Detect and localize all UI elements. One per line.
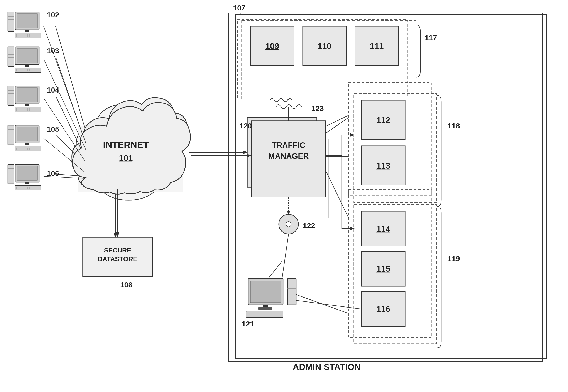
svg-line-62 xyxy=(44,26,86,144)
svg-text:DATASTORE: DATASTORE xyxy=(98,255,137,263)
svg-line-10 xyxy=(56,96,81,148)
svg-rect-195 xyxy=(248,279,283,305)
svg-line-30 xyxy=(256,261,282,294)
svg-line-119 xyxy=(44,138,85,172)
svg-rect-161 xyxy=(362,211,405,246)
internet-cloud xyxy=(72,98,188,200)
svg-rect-21 xyxy=(247,118,317,187)
svg-rect-108 xyxy=(15,146,41,151)
svg-marker-187 xyxy=(350,227,355,230)
svg-rect-7 xyxy=(78,126,183,192)
svg-marker-176 xyxy=(247,154,251,157)
svg-text:106: 106 xyxy=(47,169,59,177)
svg-text:101: 101 xyxy=(119,154,133,163)
svg-point-191 xyxy=(286,222,291,227)
svg-text:123: 123 xyxy=(311,104,324,112)
svg-rect-120 xyxy=(8,164,14,184)
svg-line-11 xyxy=(56,135,81,159)
svg-rect-105 xyxy=(15,125,39,143)
svg-rect-126 xyxy=(25,182,29,184)
svg-point-190 xyxy=(279,214,298,234)
svg-rect-200 xyxy=(288,279,296,305)
svg-text:102: 102 xyxy=(47,11,59,19)
svg-point-4 xyxy=(72,141,116,181)
svg-line-25 xyxy=(317,152,349,218)
svg-point-0 xyxy=(83,118,170,187)
svg-text:122: 122 xyxy=(303,221,315,230)
svg-rect-199 xyxy=(246,311,283,317)
svg-marker-43 xyxy=(116,232,119,237)
svg-text:119: 119 xyxy=(448,254,460,263)
svg-line-9 xyxy=(56,56,83,135)
computer-103: 103 xyxy=(8,47,86,150)
svg-point-2 xyxy=(120,115,176,163)
svg-marker-16 xyxy=(243,151,248,154)
svg-line-206 xyxy=(296,300,361,309)
svg-text:108: 108 xyxy=(120,280,133,289)
svg-text:113: 113 xyxy=(376,161,390,170)
svg-rect-197 xyxy=(263,305,268,307)
computer-102: 102 xyxy=(8,11,86,144)
svg-point-5 xyxy=(135,138,183,180)
svg-text:114: 114 xyxy=(376,224,390,234)
svg-rect-156 xyxy=(362,146,405,185)
svg-text:112: 112 xyxy=(376,116,390,125)
svg-marker-194 xyxy=(287,211,290,215)
svg-text:104: 104 xyxy=(47,86,59,94)
svg-rect-198 xyxy=(258,307,273,309)
svg-line-8 xyxy=(56,26,85,128)
svg-rect-145 xyxy=(303,26,346,65)
svg-rect-101 xyxy=(8,125,14,145)
svg-rect-141 xyxy=(242,21,416,99)
computer-104: 104 xyxy=(8,86,85,161)
diagram-container: INTERNET 101 SECURE DATASTORE 108 xyxy=(0,0,568,392)
svg-rect-127 xyxy=(15,185,41,190)
svg-rect-48 xyxy=(15,12,39,30)
svg-text:110: 110 xyxy=(318,42,331,51)
svg-rect-38 xyxy=(83,237,152,276)
svg-rect-49 xyxy=(17,14,37,28)
svg-rect-19 xyxy=(349,83,431,196)
svg-rect-153 xyxy=(362,100,405,139)
svg-text:TRAFFIC: TRAFFIC xyxy=(272,141,305,150)
main-svg: INTERNET 101 SECURE DATASTORE 108 xyxy=(0,0,568,392)
svg-marker-14 xyxy=(114,233,117,238)
svg-rect-87 xyxy=(17,88,37,102)
connection-lines xyxy=(0,0,568,392)
svg-rect-107 xyxy=(25,143,29,145)
svg-text:MANAGER: MANAGER xyxy=(268,152,309,161)
svg-line-27 xyxy=(317,118,349,139)
svg-text:107: 107 xyxy=(233,4,246,12)
svg-line-24 xyxy=(317,118,349,139)
svg-rect-20 xyxy=(349,189,431,337)
svg-text:116: 116 xyxy=(376,305,390,314)
computer-105: 105 xyxy=(8,125,85,172)
svg-rect-82 xyxy=(8,86,14,106)
svg-marker-29 xyxy=(280,228,284,233)
svg-text:105: 105 xyxy=(47,125,59,133)
svg-line-205 xyxy=(282,234,289,279)
svg-rect-17 xyxy=(229,13,542,361)
svg-rect-69 xyxy=(25,65,29,67)
svg-text:109: 109 xyxy=(265,42,279,51)
svg-rect-88 xyxy=(25,104,29,106)
svg-rect-196 xyxy=(250,281,281,303)
admin-computer xyxy=(246,279,296,317)
computer-106: 106 xyxy=(8,164,85,190)
svg-rect-106 xyxy=(17,127,37,141)
svg-rect-18 xyxy=(237,20,407,98)
svg-rect-67 xyxy=(15,47,39,65)
svg-marker-184 xyxy=(350,133,355,137)
svg-text:120: 120 xyxy=(240,122,252,130)
svg-line-189 xyxy=(240,12,242,15)
svg-rect-142 xyxy=(250,26,294,65)
svg-line-100 xyxy=(44,98,85,161)
svg-text:SECURE: SECURE xyxy=(104,247,131,254)
svg-text:103: 103 xyxy=(47,47,59,55)
svg-rect-167 xyxy=(362,292,405,326)
svg-point-6 xyxy=(96,157,161,200)
svg-rect-164 xyxy=(362,252,405,286)
svg-line-81 xyxy=(44,59,86,150)
svg-text:121: 121 xyxy=(242,320,254,328)
svg-rect-86 xyxy=(15,86,39,104)
